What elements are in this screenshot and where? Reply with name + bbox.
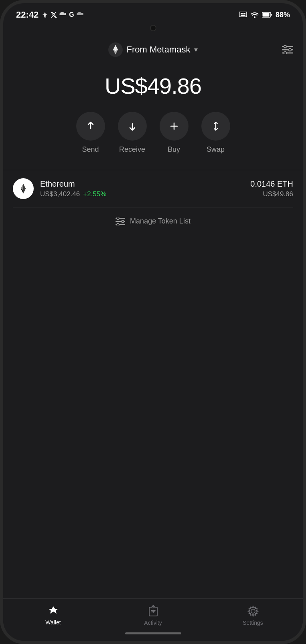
svg-point-13 [289,48,292,51]
manage-token-label: Manage Token List [130,217,190,225]
home-indicator [3,629,303,641]
svg-rect-5 [262,13,269,17]
balance-amount: US$49.86 [105,73,201,99]
action-buttons: Send Receive Buy [3,112,303,170]
svg-point-25 [117,217,119,219]
chevron-down-icon: ▾ [194,45,198,54]
settings-icon [247,605,259,617]
ethereum-logo-icon [17,182,30,195]
svg-point-14 [284,52,287,54]
send-button[interactable]: Send [76,112,105,154]
battery-percent: 88% [276,11,290,19]
ethereum-logo [13,178,34,199]
swap-arrows-icon [210,121,221,132]
nav-activity[interactable]: Activity [103,605,203,626]
svg-rect-3 [241,15,245,16]
ethereum-price-row: US$3,402.46 +2.55% [40,190,244,198]
manage-token-icon [116,217,125,225]
home-indicator-bar [125,632,181,634]
send-icon-circle [76,112,105,141]
send-arrow-icon [85,121,96,132]
camera-dot [150,25,156,31]
buy-icon-circle [160,112,188,141]
swap-button[interactable]: Swap [201,112,230,154]
swap-icon-circle [201,112,230,141]
buy-button[interactable]: Buy [160,112,188,154]
svg-point-26 [122,220,124,223]
ethereum-token-name: Ethereum [40,179,244,189]
ethereum-balance: 0.0146 ETH US$49.86 [250,179,293,198]
status-icons: G [42,11,83,18]
cloud-icon [59,12,67,18]
app-content: From Metamask ▾ US$49.86 [3,34,303,641]
wallet-icon [47,606,60,617]
ethereum-token-info: Ethereum US$3,402.46 +2.55% [40,179,244,198]
phone-frame: 22:42 G [0,0,306,644]
header-title[interactable]: From Metamask ▾ [108,42,198,57]
filter-icon[interactable] [282,45,293,54]
status-left: 22:42 G [16,10,84,20]
receive-button[interactable]: Receive [118,112,147,154]
token-section: Ethereum US$3,402.46 +2.55% 0.0146 ETH U… [3,170,303,384]
ethereum-token-item[interactable]: Ethereum US$3,402.46 +2.55% 0.0146 ETH U… [3,170,303,207]
wifi-icon [251,12,259,18]
ethereum-change: +2.55% [83,190,106,198]
buy-plus-icon [168,121,180,132]
svg-point-27 [117,223,119,225]
activity-icon [148,605,158,617]
g-icon: G [69,11,74,18]
receive-icon-circle [118,112,147,141]
status-time: 22:42 [16,10,39,20]
settings-nav-label: Settings [243,620,263,626]
ethereum-amount: 0.0146 ETH [250,179,293,189]
metamask-logo-icon [108,42,123,57]
balance-section: US$49.86 [3,63,303,112]
x-icon [51,12,57,18]
sim-icon [239,12,247,18]
status-right: 88% [239,11,290,19]
location-icon [42,12,48,18]
content-spacer [3,384,303,599]
buy-label: Buy [168,145,180,154]
bottom-nav: Wallet Activity [3,598,303,629]
manage-token-list-button[interactable]: Manage Token List [3,207,303,235]
nav-wallet[interactable]: Wallet [3,606,103,626]
cloud2-icon [77,12,84,18]
send-label: Send [82,145,99,154]
svg-rect-2 [243,13,245,14]
header: From Metamask ▾ [3,34,303,63]
nav-settings[interactable]: Settings [203,605,303,626]
swap-label: Swap [207,145,225,154]
wallet-nav-label: Wallet [45,619,61,626]
svg-point-12 [284,45,287,48]
activity-nav-label: Activity [144,620,162,626]
status-bar: 22:42 G [3,3,303,23]
ethereum-price: US$3,402.46 [40,190,80,198]
receive-label: Receive [119,145,145,154]
battery-icon [262,12,272,18]
ethereum-value: US$49.86 [250,190,293,198]
camera-area [3,23,303,34]
svg-rect-0 [239,12,247,17]
receive-arrow-icon [127,121,138,132]
header-from-label: From Metamask [127,44,190,55]
svg-rect-1 [241,13,243,14]
